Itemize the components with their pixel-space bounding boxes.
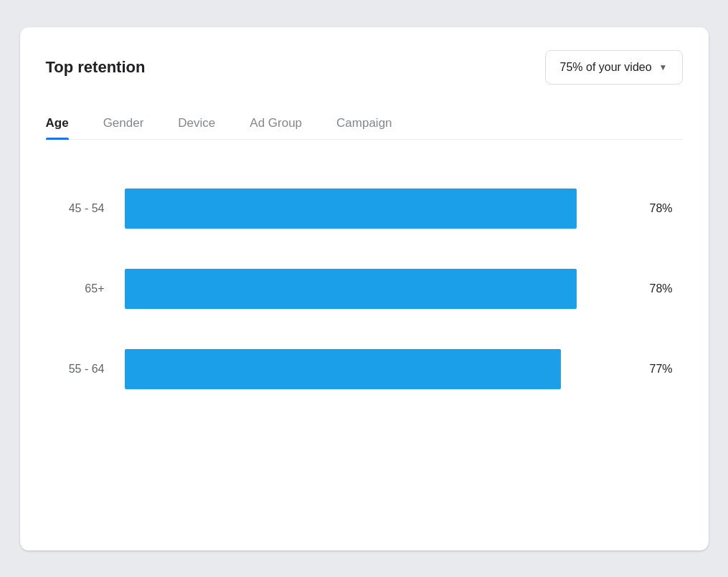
- card-title: Top retention: [46, 58, 146, 77]
- bar-label: 45 - 54: [46, 202, 125, 215]
- video-percentage-dropdown[interactable]: 75% of your video ▼: [545, 50, 683, 85]
- tab-campaign[interactable]: Campaign: [336, 108, 392, 139]
- top-retention-card: Top retention 75% of your video ▼ Age Ge…: [20, 27, 709, 550]
- bar-value: 78%: [650, 202, 683, 215]
- dropdown-label: 75% of your video: [560, 61, 652, 74]
- bar-fill: [125, 349, 562, 389]
- tab-gender[interactable]: Gender: [103, 108, 144, 139]
- bar-track: [125, 349, 638, 389]
- bar-label: 55 - 64: [46, 363, 125, 376]
- tab-adgroup[interactable]: Ad Group: [250, 108, 302, 139]
- bar-row: 55 - 6477%: [46, 329, 683, 409]
- bar-fill: [125, 189, 577, 229]
- bars-container: 45 - 5478%65+78%55 - 6477%: [46, 168, 683, 409]
- tabs-bar: Age Gender Device Ad Group Campaign: [46, 108, 683, 140]
- bar-row: 45 - 5478%: [46, 168, 683, 249]
- dropdown-arrow-icon: ▼: [659, 62, 668, 72]
- card-header: Top retention 75% of your video ▼: [46, 50, 683, 85]
- bar-track: [125, 189, 638, 229]
- tab-device[interactable]: Device: [178, 108, 215, 139]
- tab-age[interactable]: Age: [46, 108, 69, 139]
- bar-track: [125, 269, 638, 309]
- bar-label: 65+: [46, 282, 125, 295]
- bar-row: 65+78%: [46, 249, 683, 329]
- bar-fill: [125, 269, 577, 309]
- bar-value: 78%: [650, 282, 683, 295]
- bar-value: 77%: [650, 363, 683, 376]
